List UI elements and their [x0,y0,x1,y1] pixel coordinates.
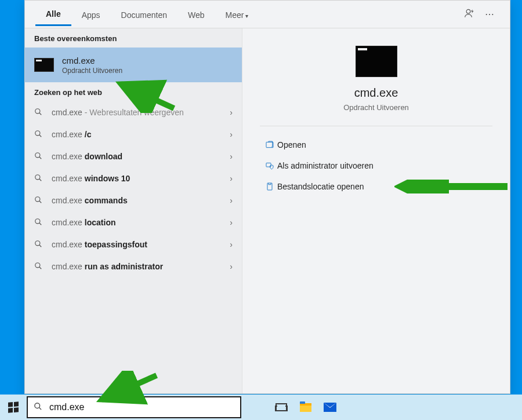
mail-icon [324,403,336,412]
cmd-icon [356,46,397,77]
action-run-as-admin[interactable]: Als administrator uitvoeren [260,155,492,176]
web-search-header: Zoeken op het web [25,82,242,101]
best-match-subtitle: Opdracht Uitvoeren [62,67,122,75]
svg-line-8 [39,178,42,181]
chevron-right-icon: › [230,218,233,227]
web-suggestion[interactable]: cmd.exe download› [25,145,242,167]
search-icon [34,196,46,206]
preview-subtitle: Opdracht Uitvoeren [343,103,409,112]
chevron-right-icon: › [230,130,233,139]
taskbar [0,395,522,420]
tab-all[interactable]: Alle [35,2,71,26]
windows-logo-icon [8,401,19,412]
cmd-icon [34,58,54,72]
chevron-right-icon: › [230,174,233,183]
chevron-right-icon: › [230,152,233,161]
search-tabs: Alle Apps Documenten Web Meer▾ ⋯ [25,1,510,28]
tab-docs[interactable]: Documenten [111,3,177,25]
task-view-icon [276,403,287,411]
svg-rect-19 [267,183,272,190]
web-suggestion[interactable]: cmd.exe location› [25,211,242,233]
folder-location-icon [262,182,277,191]
best-match-result[interactable]: cmd.exe Opdracht Uitvoeren [25,48,242,82]
web-suggestion[interactable]: cmd.exe run as administrator› [25,255,242,277]
search-icon [34,402,42,412]
search-content: Beste overeenkomsten cmd.exe Opdracht Ui… [25,28,510,393]
search-icon [34,240,46,250]
svg-point-1 [35,108,40,113]
best-match-title: cmd.exe [62,56,122,65]
svg-point-3 [35,130,40,135]
action-open[interactable]: Openen [260,134,492,155]
task-view-button[interactable] [269,395,293,420]
chevron-down-icon: ▾ [245,13,248,19]
svg-line-4 [39,134,42,137]
svg-point-15 [35,262,40,267]
suggestion-text: cmd.exe - Webresultaten weergeven [52,108,184,117]
chevron-right-icon: › [230,262,233,271]
tab-web[interactable]: Web [177,3,215,25]
svg-point-9 [35,196,40,201]
svg-point-13 [35,240,40,245]
search-panel: Alle Apps Documenten Web Meer▾ ⋯ Beste o… [24,0,510,394]
suggestion-text: cmd.exe run as administrator [52,262,163,271]
web-suggestion[interactable]: cmd.exe - Webresultaten weergeven› [25,101,242,123]
search-icon [34,174,46,184]
tab-apps[interactable]: Apps [71,3,111,25]
shield-run-icon [262,161,277,170]
taskbar-search-box[interactable] [27,396,241,418]
search-icon [34,108,46,118]
tab-more[interactable]: Meer▾ [215,3,259,25]
web-suggestion-list: cmd.exe - Webresultaten weergeven›cmd.ex… [25,101,242,277]
search-icon [34,130,46,140]
results-column: Beste overeenkomsten cmd.exe Opdracht Ui… [25,28,242,393]
svg-line-6 [39,156,42,159]
svg-line-16 [39,266,42,269]
preview-column: cmd.exe Opdracht Uitvoeren Openen Als ad… [242,28,510,393]
svg-point-7 [35,174,40,179]
preview-title: cmd.exe [354,86,398,100]
suggestion-text: cmd.exe commands [52,196,128,205]
chevron-right-icon: › [230,108,233,117]
separator [260,126,492,126]
more-options-icon[interactable]: ⋯ [480,9,499,20]
suggestion-text: cmd.exe toepassingsfout [52,240,147,249]
web-suggestion[interactable]: cmd.exe commands› [25,189,242,211]
svg-line-10 [39,200,42,203]
web-suggestion[interactable]: cmd.exe toepassingsfout› [25,233,242,255]
web-suggestion[interactable]: cmd.exe /c› [25,123,242,145]
search-icon [34,218,46,228]
suggestion-text: cmd.exe location [52,218,115,227]
search-input[interactable] [48,401,234,413]
file-explorer-button[interactable] [293,395,318,420]
search-icon [34,262,46,272]
suggestion-text: cmd.exe windows 10 [52,174,130,183]
svg-line-14 [39,244,42,247]
svg-line-21 [39,407,41,410]
open-icon [262,140,277,149]
result-preview: cmd.exe Opdracht Uitvoeren [260,46,492,112]
svg-point-20 [35,403,40,408]
action-open-file-location[interactable]: Bestandslocatie openen [260,176,492,197]
suggestion-text: cmd.exe /c [52,130,92,139]
best-match-header: Beste overeenkomsten [25,28,242,48]
svg-point-0 [466,9,470,13]
search-icon [34,152,46,162]
svg-point-5 [35,152,40,157]
mail-button[interactable] [318,395,342,420]
start-button[interactable] [0,395,27,420]
svg-line-12 [39,222,42,225]
web-suggestion[interactable]: cmd.exe windows 10› [25,167,242,189]
suggestion-text: cmd.exe download [52,152,122,161]
feedback-icon[interactable] [460,8,480,21]
chevron-right-icon: › [230,196,233,205]
svg-point-11 [35,218,40,223]
file-explorer-icon [300,403,311,412]
chevron-right-icon: › [230,240,233,249]
svg-line-2 [39,112,42,115]
